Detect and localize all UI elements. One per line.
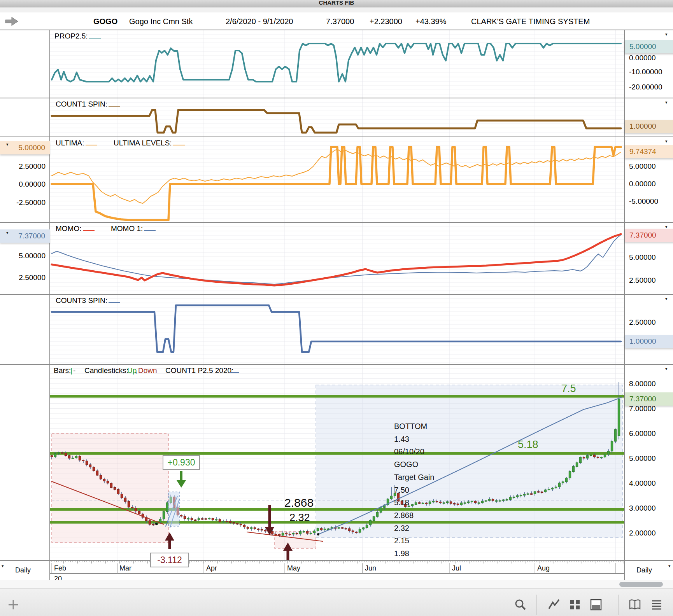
month-label: Mar: [117, 564, 131, 574]
axis-tick-label: -5.00000: [629, 197, 658, 206]
axis-tick-label: 0.00000: [629, 180, 656, 188]
axis-dropdown-arrow[interactable]: ▾: [6, 142, 9, 146]
indicator-label: COUNT1 SPIN:: [56, 100, 120, 108]
axis-tick-label: 5.00000: [629, 253, 656, 262]
chart-canvas: [0, 0, 673, 616]
count-p25-blank[interactable]: [230, 366, 239, 375]
bottom-annotation-line: GOGO: [394, 460, 418, 469]
axis-tick-label: -10.00000: [629, 68, 662, 76]
axis-current-value-tag: 1.00000: [625, 335, 673, 348]
month-label: Jul: [450, 564, 461, 574]
axis-tick-label: 6.00000: [629, 429, 656, 438]
axis-current-value-tag: 5.00000: [625, 40, 673, 53]
indicator-value-blank[interactable]: [83, 224, 95, 231]
axis-tick-label: 2.50000: [629, 318, 656, 327]
axis-tick-label: 7.00000: [629, 404, 656, 413]
indicator-label: MOMO:: [56, 224, 95, 233]
level-label: 2.32: [289, 512, 310, 524]
add-button[interactable]: [7, 598, 19, 611]
axis-tick-label: 3.00000: [629, 504, 656, 513]
book-icon[interactable]: [629, 598, 641, 611]
month-label: Feb: [52, 564, 66, 574]
indicator-label: PROP2.5:: [54, 32, 101, 40]
axis-tick-label: 5.00000: [0, 252, 46, 260]
level-label: 7.5: [561, 383, 576, 395]
level-label: 2.868: [284, 496, 314, 509]
indicator-value-blank[interactable]: [109, 100, 120, 107]
bars-glyph: |: [70, 366, 72, 375]
indicator-name: ULTIMA:: [56, 139, 84, 147]
comma: ,: [135, 366, 137, 375]
indicator-label: COUNT3 SPIN:: [56, 296, 120, 305]
indicator-name: PROP2.5:: [54, 32, 88, 40]
candlesticks-label: Candlesticks:: [84, 366, 128, 375]
indicator-name: MOMO 1:: [111, 224, 143, 233]
toolbar-separator: [536, 595, 537, 615]
month-label: Jun: [363, 564, 376, 574]
axis-tick-label: 2.50000: [0, 273, 46, 282]
panel-dropdown-arrow[interactable]: ▾: [665, 367, 668, 371]
indicator-label: ULTIMA LEVELS:: [114, 139, 185, 147]
axis-tick-label: -2.50000: [0, 198, 46, 207]
bottom-toolbar: [0, 589, 673, 616]
indicator-label: MOMO 1:: [111, 224, 156, 233]
axis-tick-label: 0.00000: [0, 180, 46, 189]
bottom-annotation-line: Target Gain: [394, 473, 434, 482]
timeframe-dropdown-arrow[interactable]: ▾: [668, 564, 671, 568]
axis-current-value-tag: 7.37000: [625, 392, 673, 406]
axis-current-value-tag: 9.74374: [625, 145, 673, 158]
grid-icon[interactable]: [569, 598, 581, 611]
timeframe-label-left: Daily: [15, 566, 31, 574]
scrollbar-track[interactable]: [0, 580, 673, 589]
panel-dropdown-arrow[interactable]: ▾: [665, 225, 668, 229]
timeframe-label-right: Daily: [636, 566, 652, 574]
menu-icon[interactable]: [650, 598, 663, 611]
bars-glyph-dash: -: [73, 366, 75, 375]
month-label: May: [285, 564, 300, 574]
indicator-value-blank[interactable]: [230, 366, 239, 373]
scrollbar-thumb[interactable]: [619, 582, 663, 587]
bottom-annotation-line: 2.868: [394, 511, 414, 520]
bottom-annotation-line: 5.18: [394, 498, 409, 507]
axis-tick-label: 2.50000: [629, 276, 656, 285]
panel-dropdown-arrow[interactable]: ▾: [665, 32, 668, 36]
indicator-name: ULTIMA LEVELS:: [114, 139, 172, 147]
count-p25-label: COUNT1 P2.5 2020:: [165, 366, 233, 375]
bottom-annotation-line: 2.15: [394, 536, 409, 545]
indicator-name: MOMO:: [56, 224, 82, 233]
bottom-annotation-line: BOTTOM: [394, 422, 427, 431]
month-label: Aug: [535, 564, 550, 574]
charting-application: CHARTS FIB GOGO Gogo Inc Cmn Stk 2/6/202…: [0, 0, 673, 616]
timeframe-dropdown-arrow[interactable]: ▾: [2, 564, 4, 568]
indicator-value-blank[interactable]: [89, 32, 101, 38]
trend-icon[interactable]: [548, 598, 560, 611]
magnifier-icon[interactable]: [514, 598, 527, 611]
indicator-label: ULTIMA:: [56, 139, 97, 147]
indicator-value-blank[interactable]: [173, 139, 185, 145]
axis-tick-label: 4.00000: [629, 479, 656, 488]
indicator-value-blank[interactable]: [109, 296, 120, 303]
indicator-value-blank[interactable]: [144, 224, 156, 231]
axis-current-value-tag: 1.00000: [625, 120, 673, 133]
indicator-value-blank[interactable]: [86, 139, 97, 145]
bottom-annotation-line: 06/10/20: [394, 447, 424, 456]
axis-tick-label: 0.00000: [629, 54, 656, 62]
panel-dropdown-arrow[interactable]: ▾: [665, 139, 668, 143]
gain-measurement-box: +0.930: [163, 455, 200, 470]
bars-label: Bars:: [54, 366, 71, 375]
axis-tick-label: 2.00000: [629, 529, 656, 537]
panel-dropdown-arrow[interactable]: ▾: [665, 100, 668, 104]
candles-down-label: Down: [138, 366, 157, 375]
axis-tick-label: 2.50000: [0, 162, 46, 171]
loss-measurement-box: -3.112: [150, 553, 189, 567]
level-label: 5.18: [518, 439, 538, 451]
axis-dropdown-arrow[interactable]: ▾: [6, 231, 9, 234]
panel-icon[interactable]: [590, 598, 602, 611]
bottom-annotation-line: 2.32: [394, 524, 409, 533]
panel-dropdown-arrow[interactable]: ▾: [665, 297, 668, 301]
indicator-name: COUNT1 SPIN:: [56, 100, 107, 108]
bottom-annotation-line: 1.98: [394, 549, 409, 558]
axis-tick-label: -20.00000: [629, 83, 662, 91]
bottom-annotation-line: 1.43: [394, 435, 409, 444]
axis-tick-label: 5.00000: [629, 162, 656, 171]
